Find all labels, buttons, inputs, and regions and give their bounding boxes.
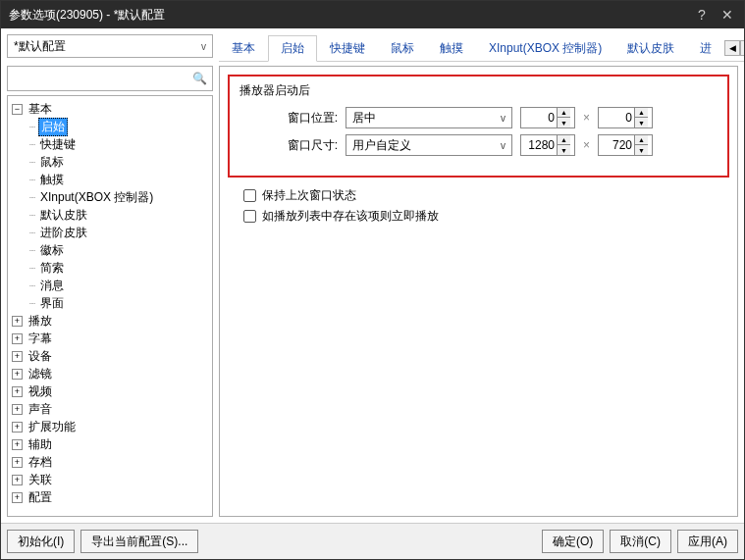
spin-down-icon[interactable]: ▼ <box>634 145 648 155</box>
tree-item[interactable]: 视频 <box>27 383 54 400</box>
tree-item[interactable]: 徽标 <box>38 242 66 259</box>
tab-hotkey[interactable]: 快捷键 <box>317 35 378 61</box>
tree-item[interactable]: 进阶皮肤 <box>38 225 89 241</box>
window-size-select[interactable]: 用户自定义 v <box>346 134 512 156</box>
tree-item[interactable]: 辅助 <box>27 436 54 453</box>
spin-up-icon[interactable]: ▲ <box>634 108 648 118</box>
expand-icon[interactable]: + <box>12 457 23 468</box>
tree-item[interactable]: 关联 <box>27 472 54 488</box>
spin-down-icon[interactable]: ▼ <box>557 118 570 127</box>
tree-item[interactable]: 播放 <box>27 313 54 330</box>
times-icon: × <box>583 111 590 125</box>
tree-item[interactable]: 扩展功能 <box>27 419 78 435</box>
window-position-y[interactable]: ▲▼ <box>598 107 653 128</box>
settings-panel: 播放器启动后 窗口位置: 居中 v ▲▼ × <box>219 66 738 517</box>
tree-item[interactable]: 默认皮肤 <box>38 207 89 224</box>
expand-icon[interactable]: + <box>12 439 23 450</box>
highlight-region: 播放器启动后 窗口位置: 居中 v ▲▼ × <box>228 75 729 178</box>
chevron-down-icon: v <box>201 41 206 52</box>
tree-item[interactable]: 声音 <box>27 401 54 418</box>
window-position-label: 窗口位置: <box>239 110 338 127</box>
keep-last-window-checkbox[interactable]: 保持上次窗口状态 <box>243 187 729 204</box>
search-input-container: 🔍 <box>7 66 213 91</box>
chevron-down-icon: v <box>501 113 506 124</box>
expand-icon[interactable]: + <box>12 422 23 433</box>
window-size-h[interactable]: ▲▼ <box>598 134 653 156</box>
tree-root[interactable]: 基本 <box>27 101 54 118</box>
tree-item[interactable]: 触摸 <box>38 172 66 188</box>
expand-icon[interactable]: + <box>12 492 23 503</box>
tab-touch[interactable]: 触摸 <box>427 35 476 61</box>
tree-item[interactable]: 设备 <box>27 348 54 365</box>
footer: 初始化(I) 导出当前配置(S)... 确定(O) 取消(C) 应用(A) <box>1 523 744 559</box>
tree-item[interactable]: 消息 <box>38 278 66 294</box>
expand-icon[interactable]: + <box>12 386 23 397</box>
tree-item[interactable]: 配置 <box>27 489 54 506</box>
tab-bar: 基本 启始 快捷键 鼠标 触摸 XInput(XBOX 控制器) 默认皮肤 进 … <box>219 34 744 62</box>
init-button[interactable]: 初始化(I) <box>7 530 75 553</box>
times-icon: × <box>583 138 590 152</box>
tree-item[interactable]: XInput(XBOX 控制器) <box>38 189 155 206</box>
window-size-label: 窗口尺寸: <box>239 137 338 154</box>
help-icon[interactable]: ? <box>693 7 711 23</box>
checkbox-icon <box>243 189 256 202</box>
search-input[interactable] <box>12 69 190 88</box>
tree-item[interactable]: 存档 <box>27 454 54 471</box>
window-position-x[interactable]: ▲▼ <box>520 107 575 128</box>
tree-item[interactable]: 快捷键 <box>38 136 78 153</box>
spin-up-icon[interactable]: ▲ <box>557 108 570 118</box>
window-position-select[interactable]: 居中 v <box>346 107 512 128</box>
config-selector[interactable]: *默认配置 v <box>7 34 213 58</box>
tab-mouse[interactable]: 鼠标 <box>378 35 427 61</box>
tree-item[interactable]: 鼠标 <box>38 154 66 171</box>
checkbox-icon <box>243 210 256 223</box>
spin-up-icon[interactable]: ▲ <box>557 135 570 145</box>
cancel-button[interactable]: 取消(C) <box>610 530 671 553</box>
tree-item[interactable]: 简索 <box>38 260 66 277</box>
apply-button[interactable]: 应用(A) <box>677 530 738 553</box>
tab-defaultskin[interactable]: 默认皮肤 <box>614 35 687 61</box>
category-tree[interactable]: −基本 ┈启始┈快捷键┈鼠标┈触摸┈XInput(XBOX 控制器)┈默认皮肤┈… <box>7 95 213 517</box>
close-icon[interactable]: ✕ <box>718 7 736 23</box>
expand-icon[interactable]: + <box>12 404 23 415</box>
play-if-exists-checkbox[interactable]: 如播放列表中存在该项则立即播放 <box>243 208 729 225</box>
ok-button[interactable]: 确定(O) <box>542 530 604 553</box>
expand-icon[interactable]: + <box>12 316 23 327</box>
export-button[interactable]: 导出当前配置(S)... <box>80 530 198 553</box>
search-icon[interactable]: 🔍 <box>190 72 208 85</box>
tree-item[interactable]: 启始 <box>38 118 68 136</box>
spin-down-icon[interactable]: ▼ <box>557 145 570 155</box>
spin-down-icon[interactable]: ▼ <box>634 118 648 127</box>
tree-item[interactable]: 滤镜 <box>27 366 54 382</box>
tab-xinput[interactable]: XInput(XBOX 控制器) <box>476 35 614 61</box>
window-title: 参数选项(230905) - *默认配置 <box>9 7 165 24</box>
tab-basic[interactable]: 基本 <box>219 35 268 61</box>
expand-icon[interactable]: + <box>12 333 23 344</box>
tree-item[interactable]: 界面 <box>38 295 66 312</box>
expand-icon[interactable]: + <box>12 475 23 485</box>
titlebar: 参数选项(230905) - *默认配置 ? ✕ <box>1 1 744 28</box>
expand-icon[interactable]: + <box>12 351 23 362</box>
tab-start[interactable]: 启始 <box>268 35 317 62</box>
chevron-down-icon: v <box>501 140 506 151</box>
expand-icon[interactable]: − <box>12 104 23 115</box>
tab-scroll-right-icon[interactable]: ▶ <box>740 40 744 56</box>
group-title: 播放器启动后 <box>239 82 718 99</box>
expand-icon[interactable]: + <box>12 369 23 380</box>
window-size-w[interactable]: ▲▼ <box>520 134 575 156</box>
spin-up-icon[interactable]: ▲ <box>634 135 648 145</box>
config-selector-value: *默认配置 <box>14 38 66 55</box>
tree-item[interactable]: 字幕 <box>27 331 54 347</box>
tab-scroll-left-icon[interactable]: ◀ <box>724 40 740 56</box>
tab-more[interactable]: 进 <box>687 35 724 61</box>
